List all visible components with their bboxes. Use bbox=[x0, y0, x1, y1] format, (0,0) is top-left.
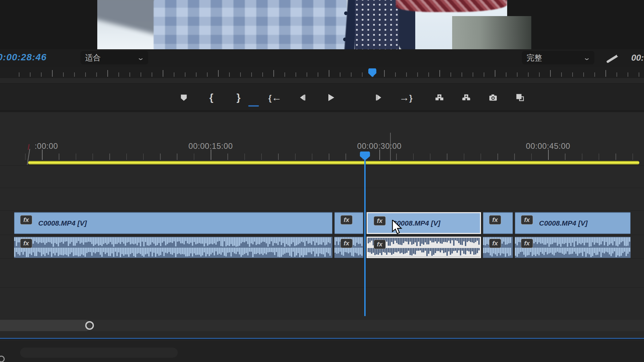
mini-ruler-tick bbox=[406, 72, 407, 77]
fx-badge-icon[interactable]: fx bbox=[374, 216, 386, 226]
fx-badge-icon[interactable]: fx bbox=[489, 239, 501, 248]
monitor-control-bar: 0:00:28:46 适合 ⌄ 完整 ⌄ 00: bbox=[0, 49, 644, 67]
fx-badge-icon[interactable]: fx bbox=[20, 215, 32, 225]
ruler-tick bbox=[160, 154, 161, 160]
video-clip-selected[interactable]: fxC0008.MP4 [V] bbox=[367, 212, 481, 234]
video-clip[interactable]: fxC0008.MP4 [V] bbox=[515, 212, 631, 234]
fx-badge-icon[interactable]: fx bbox=[20, 239, 32, 248]
mini-ruler-tick bbox=[417, 72, 418, 77]
mini-ruler-tick bbox=[196, 72, 197, 77]
chevron-down-icon: ⌄ bbox=[137, 54, 145, 62]
mini-ruler-tick bbox=[273, 70, 274, 77]
scrollbar-handle[interactable] bbox=[85, 321, 94, 330]
fx-badge-icon[interactable]: fx bbox=[521, 239, 533, 248]
mini-ruler-tick bbox=[572, 72, 573, 77]
clip-label: C0008.MP4 [V] bbox=[539, 219, 588, 227]
mini-ruler-tick bbox=[207, 72, 208, 77]
horizontal-scrollbar-thumb[interactable] bbox=[0, 320, 91, 331]
video-clip[interactable]: fx bbox=[334, 212, 363, 234]
ruler-tick bbox=[312, 154, 313, 160]
mini-ruler-tick bbox=[439, 70, 440, 77]
track-separator bbox=[0, 287, 644, 288]
ruler-tick bbox=[497, 154, 498, 160]
mini-ruler-tick bbox=[605, 70, 606, 77]
mini-ruler-tick bbox=[141, 72, 141, 77]
audio-clip[interactable]: fx bbox=[515, 237, 631, 258]
fx-badge-icon[interactable]: fx bbox=[489, 215, 501, 225]
mini-ruler-tick bbox=[628, 72, 628, 77]
work-area-bar[interactable] bbox=[28, 161, 639, 165]
track-separator bbox=[0, 210, 644, 210]
audio-clip-selected[interactable]: fx bbox=[367, 237, 481, 258]
step-back-button[interactable] bbox=[294, 90, 310, 105]
horizontal-scrollbar-track[interactable] bbox=[0, 320, 644, 331]
add-marker-button[interactable] bbox=[176, 90, 192, 105]
playhead-handle[interactable] bbox=[360, 152, 370, 161]
playhead-line[interactable] bbox=[364, 160, 366, 316]
fx-badge-icon[interactable]: fx bbox=[521, 215, 533, 225]
ruler-tick bbox=[177, 154, 177, 160]
mini-ruler-tick bbox=[185, 72, 185, 77]
playback-resolution-value: 完整 bbox=[527, 53, 581, 63]
mouse-cursor bbox=[392, 220, 405, 236]
audio-track-a1: fxfxfxfxfx bbox=[0, 237, 644, 258]
lift-button[interactable] bbox=[432, 90, 447, 105]
mini-ruler-tick bbox=[52, 70, 53, 77]
mini-ruler-tick bbox=[583, 72, 584, 77]
audio-clip[interactable]: fx bbox=[483, 237, 513, 258]
ruler-tick bbox=[464, 154, 465, 160]
fx-badge-icon[interactable]: fx bbox=[340, 215, 353, 225]
ruler-tick bbox=[194, 154, 195, 160]
ruler-tick bbox=[531, 154, 532, 160]
mini-ruler-tick bbox=[41, 72, 42, 77]
settings-wrench-icon[interactable] bbox=[606, 52, 621, 65]
extract-button[interactable] bbox=[459, 90, 474, 105]
bottom-highlight bbox=[20, 348, 178, 358]
video-clip[interactable]: fx bbox=[483, 212, 513, 234]
ruler-major-tick bbox=[548, 149, 549, 160]
fx-badge-icon[interactable]: fx bbox=[340, 239, 353, 248]
mark-out-button[interactable]: } bbox=[231, 90, 246, 105]
mini-ruler-tick bbox=[616, 72, 617, 77]
mini-ruler-tick bbox=[639, 72, 639, 77]
mini-ruler-tick bbox=[517, 72, 518, 77]
preview-person-denim-jacket bbox=[154, 0, 347, 49]
comparison-view-button[interactable] bbox=[512, 90, 528, 105]
monitor-mini-timeline[interactable] bbox=[0, 67, 644, 84]
mini-ruler-tick bbox=[539, 72, 540, 77]
mini-ruler-tick bbox=[351, 72, 352, 77]
mini-ruler-tick bbox=[329, 70, 329, 77]
mark-in-button[interactable]: { bbox=[204, 90, 219, 105]
mini-ruler-tick bbox=[495, 70, 495, 77]
fx-badge-icon[interactable]: fx bbox=[374, 240, 386, 249]
mini-ruler-tick bbox=[218, 70, 219, 77]
premiere-window: 0:00:28:46 适合 ⌄ 完整 ⌄ 00: {}{←→} bbox=[0, 0, 644, 362]
export-frame-button[interactable] bbox=[485, 90, 501, 105]
mini-ruler-tick bbox=[152, 72, 152, 77]
track-separator bbox=[0, 258, 644, 259]
audio-waveform bbox=[14, 237, 332, 247]
audio-clip[interactable]: fx bbox=[334, 237, 363, 258]
video-clip[interactable]: fxC0008.MP4 [V] bbox=[14, 212, 332, 234]
go-to-in-button[interactable]: {← bbox=[267, 90, 283, 105]
monitor-scroll-strip[interactable] bbox=[0, 78, 644, 83]
ruler-tick bbox=[599, 154, 599, 160]
zoom-fit-dropdown[interactable]: 适合 ⌄ bbox=[80, 51, 148, 64]
current-timecode[interactable]: 0:00:28:46 bbox=[0, 52, 47, 63]
monitor-playhead-marker[interactable] bbox=[368, 68, 376, 77]
ruler-major-tick bbox=[211, 149, 211, 160]
audio-clip[interactable]: fx bbox=[14, 237, 332, 258]
step-forward-button[interactable] bbox=[371, 90, 387, 105]
ruler-major-tick bbox=[42, 149, 43, 160]
ruler-tick bbox=[396, 154, 397, 160]
zoom-fit-value: 适合 bbox=[85, 53, 135, 63]
play-button[interactable] bbox=[323, 90, 338, 105]
ruler-timecode-label: :00:00 bbox=[35, 141, 58, 151]
mini-ruler-tick bbox=[318, 72, 318, 77]
playback-resolution-dropdown[interactable]: 完整 ⌄ bbox=[522, 51, 594, 64]
chevron-down-icon: ⌄ bbox=[583, 54, 591, 62]
go-to-out-button[interactable]: →} bbox=[398, 90, 414, 105]
mini-ruler-tick bbox=[462, 72, 462, 77]
audio-waveform bbox=[483, 248, 513, 257]
ruler-tick bbox=[514, 154, 515, 160]
